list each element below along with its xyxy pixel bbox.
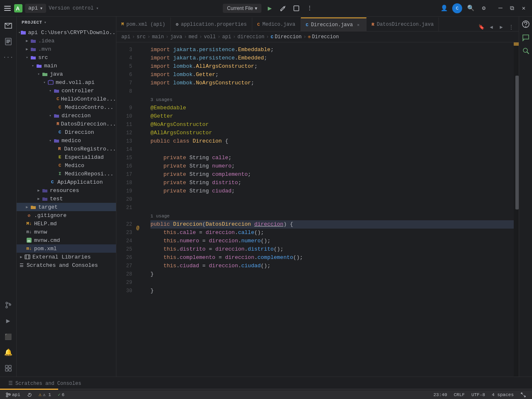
tab-direccion[interactable]: C Direccion.java ✕ — [301, 17, 367, 31]
tree-item-datosdireccion[interactable]: R DatosDireccion... — [17, 120, 116, 128]
bc-api2[interactable]: api — [222, 34, 231, 40]
bc-api[interactable]: api — [121, 34, 131, 40]
tree-item-main[interactable]: ▾ main — [17, 62, 116, 70]
activity-bookmarks[interactable] — [1, 34, 16, 49]
folder-icon — [42, 187, 48, 194]
more-options[interactable]: ⋮ — [305, 3, 315, 13]
ai-assistant-icon[interactable] — [520, 18, 532, 30]
minimize-button[interactable]: ─ — [495, 3, 505, 13]
activity-notifications[interactable]: 🔔 — [1, 345, 16, 360]
tree-item-medicorepos[interactable]: I MedicoReposi... — [17, 170, 116, 178]
maximize-editor[interactable] — [291, 3, 301, 13]
more-tabs-icon[interactable]: ⋮ — [507, 23, 515, 31]
search-button[interactable]: 🔍 — [466, 3, 475, 13]
tree-item-gitignore[interactable]: ⊘ .gitignore — [17, 211, 116, 219]
code-editor[interactable]: import jakarta.persistence.Embeddable; i… — [144, 42, 514, 377]
tree-item-medico-folder[interactable]: ▾ medico — [17, 136, 116, 145]
editor-content[interactable]: 3 4 5 6 7 8 - 9 10 11 12 13 14 15 16 17 … — [116, 42, 519, 377]
run-button[interactable]: ▶ — [265, 3, 275, 13]
arrow-icon: ▾ — [42, 79, 47, 85]
tree-item-target[interactable]: ▶ target — [17, 203, 116, 211]
activity-git[interactable] — [1, 298, 16, 313]
folder-icon — [20, 29, 26, 36]
bc-voll[interactable]: voll — [204, 34, 216, 40]
arrow-icon: ▾ — [47, 113, 53, 118]
bc-src[interactable]: src — [137, 34, 146, 40]
nav-back-icon[interactable]: ◀ — [487, 23, 495, 31]
tab-datosdireccion[interactable]: R DatosDireccion.java — [367, 17, 439, 31]
run-config-selector[interactable]: Current File ▾ — [223, 4, 261, 13]
tab-close-button[interactable]: ✕ — [355, 22, 361, 28]
bc-med[interactable]: med — [189, 34, 198, 40]
bc-main[interactable]: main — [152, 34, 164, 40]
tree-item-direccion-folder[interactable]: ▾ direccion — [17, 111, 116, 120]
tree-item-controller[interactable]: ▾ controller — [17, 86, 116, 95]
tree-item-java[interactable]: ▾ java — [17, 70, 116, 78]
expand-editor[interactable] — [518, 390, 529, 399]
activity-project[interactable] — [1, 18, 16, 33]
search-everywhere-icon[interactable] — [520, 45, 532, 57]
tree-item-external-libraries[interactable]: ▶ External Libraries — [17, 253, 116, 261]
bc-direccion-member[interactable]: ⊕ Direccion — [308, 34, 339, 40]
scratches-tab[interactable]: ☰ Scratches and Consoles — [3, 377, 86, 390]
restore-button[interactable]: ⧉ — [507, 3, 517, 13]
warning-status[interactable]: ⚠ ⚠ 1 — [36, 390, 54, 399]
build-button[interactable] — [278, 3, 288, 13]
activity-plugins[interactable] — [1, 361, 16, 376]
git-branch[interactable]: api — [3, 390, 23, 399]
code-line: this.ciudad = direccion.ciudad(); — [150, 262, 514, 270]
bc-direccion-class[interactable]: C Direccion — [271, 34, 301, 40]
tree-item-med-voll[interactable]: ▾ med.voll.api — [17, 78, 116, 86]
hamburger-menu[interactable] — [3, 4, 12, 12]
tree-item-helpmd[interactable]: M↓ HELP.md — [17, 219, 116, 228]
tree-item-apiapplication[interactable]: C ApiApplication — [17, 178, 116, 186]
check-status[interactable]: ✓ 6 — [55, 390, 67, 399]
close-button[interactable]: ✕ — [519, 3, 529, 13]
activity-more[interactable]: ··· — [1, 50, 16, 65]
tree-item-idea[interactable]: ▶ .idea — [17, 37, 116, 45]
tree-item-scratches[interactable]: ☰ Scratches and Consoles — [17, 261, 116, 269]
bookmark-icon[interactable]: 🔖 — [477, 23, 485, 31]
scroll-indicator[interactable] — [514, 42, 519, 377]
project-selector[interactable]: api ▾ — [25, 4, 46, 13]
bc-java[interactable]: java — [170, 34, 182, 40]
chat-icon[interactable] — [520, 32, 532, 43]
tree-item-api-root[interactable]: ▾ api C:\Users\CRYPT\Downlo... — [17, 28, 116, 37]
tree-item-mvnwcmd[interactable]: m mvnw.cmd — [17, 236, 116, 244]
settings-button[interactable]: ⚙ — [479, 3, 489, 13]
tab-medico[interactable]: C Medico.java — [252, 17, 301, 31]
tree-item-especialidad[interactable]: E Especialidad — [17, 153, 116, 161]
tree-item-test[interactable]: ▶ test — [17, 195, 116, 203]
tree-item-resources[interactable]: ▶ resources — [17, 186, 116, 195]
tree-item-mvnw[interactable]: m↓ mvnw — [17, 228, 116, 236]
update-icon[interactable] — [25, 390, 34, 399]
tree-item-medicocontroller[interactable]: C MedicoContro... — [17, 103, 116, 111]
tree-item-pomxml[interactable]: m↓ pom.xml — [17, 244, 116, 253]
tab-label: application.properties — [181, 22, 246, 27]
version-control-label[interactable]: Version control — [49, 5, 94, 11]
profile-icon[interactable]: C — [452, 3, 462, 13]
code-line-highlighted: public Direccion(DatosDireccion direccio… — [150, 220, 514, 229]
activity-terminal[interactable]: ⬛ — [1, 329, 16, 344]
bc-direccion-pkg[interactable]: direccion — [237, 34, 264, 40]
tab-application[interactable]: ⚙ application.properties — [171, 17, 252, 31]
nav-forward-icon[interactable]: ▶ — [497, 23, 505, 31]
scroll-thumb[interactable] — [515, 76, 519, 209]
user-icon[interactable]: 👤 — [439, 3, 449, 13]
tree-item-src[interactable]: ▾ src — [17, 53, 116, 62]
tree-item-datosregistro[interactable]: R DatosRegistro... — [17, 145, 116, 153]
tree-item-mvn[interactable]: ▶ .mvn — [17, 45, 116, 53]
tree-item-hellocontroller[interactable]: C HelloControlle... — [17, 95, 116, 103]
indent-settings[interactable]: 4 spaces — [489, 390, 516, 399]
item-label: direccion — [62, 113, 91, 119]
code-line-hint: 1 usage — [150, 212, 514, 220]
tree-item-direccion-file[interactable]: C Direccion — [17, 128, 116, 136]
tab-pom[interactable]: M pom.xml (api) — [116, 17, 171, 31]
line-ending[interactable]: CRLF — [451, 390, 467, 399]
tab-icon: C — [306, 22, 309, 27]
encoding[interactable]: UTF-8 — [469, 390, 488, 399]
item-label: DatosDireccion... — [61, 121, 116, 127]
right-sidebar — [519, 17, 532, 377]
tree-item-medico-file[interactable]: C Medico — [17, 161, 116, 170]
activity-run[interactable]: ▶ — [1, 313, 16, 328]
